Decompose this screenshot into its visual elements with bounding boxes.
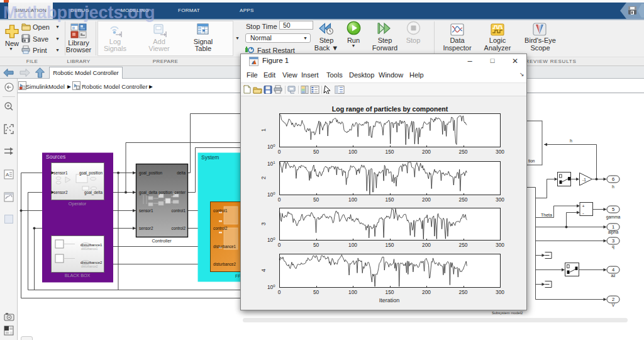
svg-text:disturbance1: disturbance1 bbox=[213, 244, 236, 249]
svg-text:150: 150 bbox=[386, 289, 394, 295]
svg-text:0: 0 bbox=[278, 196, 281, 203]
svg-text:3: 3 bbox=[260, 222, 267, 225]
svg-text:3: 3 bbox=[612, 238, 614, 244]
svg-text:h: h bbox=[612, 184, 614, 189]
svg-text:az: az bbox=[611, 273, 616, 278]
svg-text:250: 250 bbox=[459, 196, 468, 203]
svg-text:300: 300 bbox=[496, 289, 504, 295]
svg-text:250: 250 bbox=[459, 242, 468, 248]
svg-text:100: 100 bbox=[348, 196, 357, 203]
svg-text:sensor1: sensor1 bbox=[53, 171, 68, 175]
svg-text:0: 0 bbox=[278, 149, 281, 155]
svg-text:5: 5 bbox=[612, 207, 614, 212]
svg-text:sensor2: sensor2 bbox=[139, 226, 153, 230]
svg-text:200: 200 bbox=[422, 196, 431, 203]
svg-text:150: 150 bbox=[386, 242, 394, 248]
svg-text:goal_delta: goal_delta bbox=[139, 190, 158, 195]
svg-text:sensor2: sensor2 bbox=[53, 190, 68, 195]
svg-text:100: 100 bbox=[267, 284, 275, 290]
svg-text:100: 100 bbox=[348, 242, 357, 248]
svg-text:BLACK BOX: BLACK BOX bbox=[65, 273, 91, 278]
svg-text:6: 6 bbox=[612, 176, 614, 182]
svg-text:System: System bbox=[201, 154, 219, 161]
svg-text:Log range of particles by comp: Log range of particles by component bbox=[332, 105, 448, 113]
svg-text:Subsystem model2: Subsystem model2 bbox=[492, 311, 523, 315]
svg-text:control2: control2 bbox=[213, 226, 228, 230]
svg-text:300: 300 bbox=[496, 196, 504, 203]
svg-text:tion: tion bbox=[528, 159, 535, 163]
svg-text:150: 150 bbox=[386, 196, 394, 203]
svg-text:50: 50 bbox=[313, 289, 319, 295]
svg-text:disturbance1: disturbance1 bbox=[81, 247, 98, 251]
svg-text:gamma: gamma bbox=[606, 215, 621, 220]
svg-text:disturbance2: disturbance2 bbox=[80, 261, 103, 264]
svg-text:control1: control1 bbox=[172, 208, 186, 213]
svg-text:200: 200 bbox=[422, 149, 431, 155]
svg-text:Controller: Controller bbox=[152, 238, 172, 244]
svg-text:control2: control2 bbox=[172, 226, 186, 230]
svg-text:100: 100 bbox=[267, 191, 275, 198]
svg-text:goal_position: goal_position bbox=[79, 171, 103, 176]
svg-text:300: 300 bbox=[496, 242, 504, 248]
svg-text:2: 2 bbox=[260, 176, 267, 179]
svg-text:4: 4 bbox=[612, 267, 614, 273]
svg-text:100: 100 bbox=[267, 144, 275, 150]
svg-text:Sources: Sources bbox=[46, 154, 65, 160]
svg-text:-1: -1 bbox=[582, 178, 586, 182]
svg-text:200: 200 bbox=[422, 242, 431, 248]
svg-text:300: 300 bbox=[496, 149, 504, 155]
svg-text:disturbance2: disturbance2 bbox=[81, 265, 98, 268]
svg-text:250: 250 bbox=[459, 289, 468, 295]
svg-text:control1: control1 bbox=[213, 208, 228, 213]
svg-text:disturbance1: disturbance1 bbox=[80, 243, 103, 247]
svg-text:100: 100 bbox=[348, 149, 357, 155]
svg-text:position_center: position_center bbox=[158, 190, 186, 195]
svg-text:2: 2 bbox=[612, 297, 614, 302]
svg-text:sensor1: sensor1 bbox=[139, 208, 153, 213]
svg-text:100: 100 bbox=[348, 289, 357, 295]
svg-text:4: 4 bbox=[260, 269, 267, 272]
svg-text:100: 100 bbox=[267, 237, 275, 243]
svg-text:50: 50 bbox=[313, 242, 319, 248]
svg-text:1: 1 bbox=[612, 224, 614, 230]
svg-text:delta: delta bbox=[177, 171, 186, 175]
svg-text:-: - bbox=[582, 210, 584, 216]
svg-text:1: 1 bbox=[260, 128, 267, 132]
svg-text:250: 250 bbox=[459, 149, 468, 155]
svg-text:101: 101 bbox=[267, 161, 275, 167]
svg-text:h: h bbox=[570, 139, 572, 143]
svg-text:q: q bbox=[612, 244, 614, 249]
svg-text:+: + bbox=[582, 204, 585, 208]
svg-text:Iteration: Iteration bbox=[379, 297, 400, 303]
svg-text:goal_position: goal_position bbox=[139, 171, 163, 176]
svg-text:Operator: Operator bbox=[69, 201, 87, 207]
svg-text:50: 50 bbox=[313, 149, 319, 155]
svg-text:0: 0 bbox=[278, 242, 281, 248]
svg-text:disturbance2: disturbance2 bbox=[213, 262, 236, 266]
svg-text:alpha: alpha bbox=[608, 230, 619, 235]
svg-text:150: 150 bbox=[386, 149, 394, 155]
svg-text:V: V bbox=[612, 303, 615, 307]
svg-text:0: 0 bbox=[278, 289, 281, 295]
svg-text:goal_delta: goal_delta bbox=[84, 190, 103, 195]
svg-text:Theta: Theta bbox=[541, 213, 552, 217]
svg-text:50: 50 bbox=[313, 196, 319, 203]
svg-text:200: 200 bbox=[422, 289, 431, 295]
